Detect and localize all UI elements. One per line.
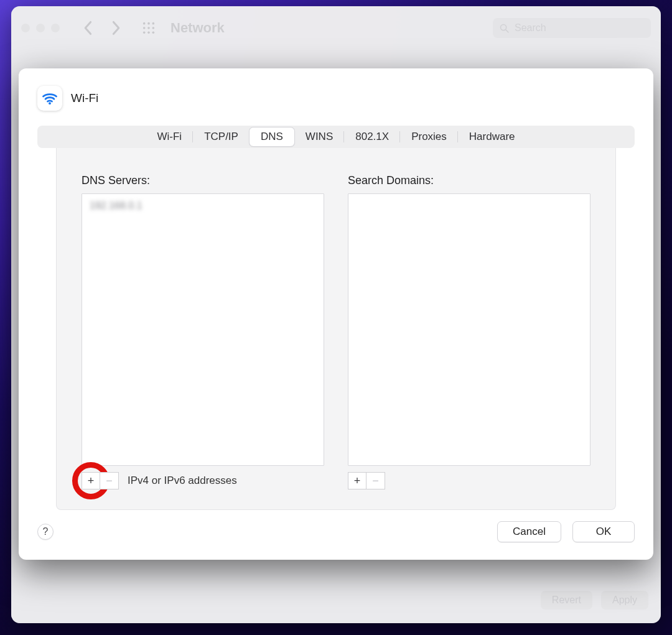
svg-point-11 (49, 102, 51, 104)
window-title: Network (170, 20, 225, 36)
minimize-window-icon (36, 24, 45, 32)
traffic-lights (21, 24, 60, 32)
apply-button: Apply (601, 591, 648, 610)
advanced-network-sheet: Wi-Fi Wi-FiTCP/IPDNSWINS802.1XProxiesHar… (19, 68, 653, 560)
svg-point-5 (152, 27, 155, 29)
tab-802-1x[interactable]: 802.1X (344, 127, 400, 146)
dns-pane: DNS Servers: 192.168.0.1 + − IPv4 or IPv… (56, 148, 616, 510)
add-search-domain-button[interactable]: + (348, 472, 366, 489)
close-window-icon (21, 24, 30, 32)
tab-wi-fi[interactable]: Wi-Fi (146, 127, 193, 146)
remove-dns-server-button[interactable]: − (100, 472, 119, 489)
search-domains-label: Search Domains: (348, 174, 590, 187)
revert-button: Revert (541, 591, 592, 610)
window-toolbar: Network Search (11, 6, 661, 50)
svg-point-6 (143, 32, 146, 34)
svg-point-3 (143, 27, 146, 29)
dns-server-entry[interactable]: 192.168.0.1 (90, 200, 316, 211)
zoom-window-icon (51, 24, 60, 32)
tab-hardware[interactable]: Hardware (458, 127, 526, 146)
tab-proxies[interactable]: Proxies (400, 127, 458, 146)
svg-point-0 (143, 22, 146, 25)
forward-icon (110, 21, 122, 35)
svg-point-2 (152, 22, 155, 25)
svg-line-10 (506, 29, 508, 32)
svg-point-4 (147, 27, 150, 29)
tab-dns[interactable]: DNS (250, 127, 294, 146)
nav-arrows (82, 21, 122, 35)
wifi-icon (37, 86, 62, 111)
tab-bar: Wi-FiTCP/IPDNSWINS802.1XProxiesHardware (37, 126, 635, 148)
ok-button[interactable]: OK (572, 521, 635, 542)
dns-servers-hint: IPv4 or IPv6 addresses (128, 475, 237, 487)
parent-footer: Revert Apply (541, 591, 648, 610)
search-domains-list[interactable] (348, 193, 590, 466)
tab-wins[interactable]: WINS (294, 127, 344, 146)
help-button[interactable]: ? (37, 524, 54, 540)
remove-search-domain-button[interactable]: − (366, 472, 385, 489)
dns-servers-list[interactable]: 192.168.0.1 (82, 193, 324, 466)
dns-servers-label: DNS Servers: (82, 174, 324, 187)
svg-point-7 (147, 32, 150, 34)
show-all-icon (142, 21, 156, 35)
search-icon (499, 23, 510, 34)
search-placeholder: Search (515, 22, 546, 34)
tab-tcp-ip[interactable]: TCP/IP (193, 127, 250, 146)
search-field: Search (493, 18, 651, 38)
svg-point-1 (147, 22, 150, 25)
add-dns-server-button[interactable]: + (82, 472, 100, 489)
svg-point-8 (152, 32, 155, 34)
back-icon (82, 21, 95, 35)
cancel-button[interactable]: Cancel (497, 521, 561, 542)
sheet-title: Wi-Fi (71, 91, 98, 105)
